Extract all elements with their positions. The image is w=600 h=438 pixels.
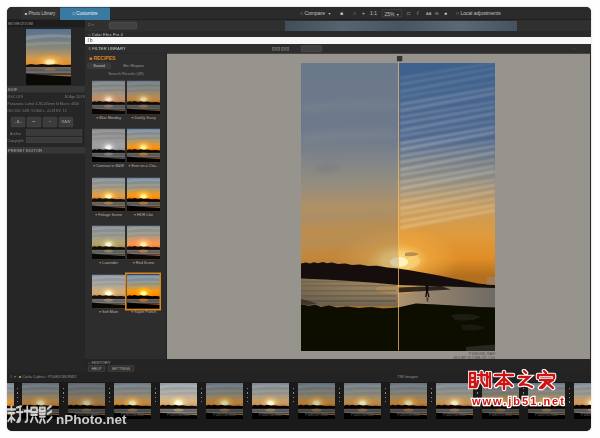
svg-text:www.jb51.net: www.jb51.net xyxy=(471,395,566,407)
svg-text:nPhoto.net: nPhoto.net xyxy=(56,412,127,427)
